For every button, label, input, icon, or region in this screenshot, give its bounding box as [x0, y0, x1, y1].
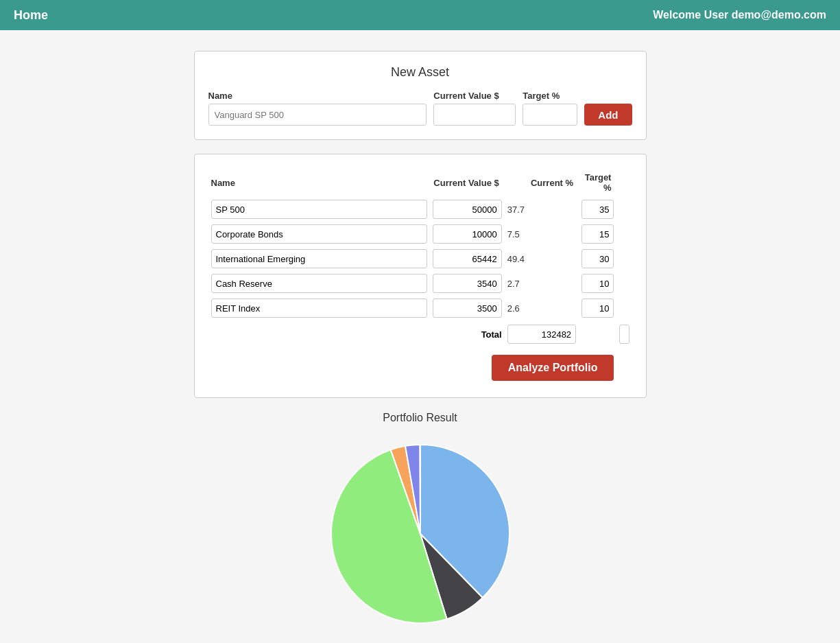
asset-current-pct-0: 37.7: [507, 204, 530, 215]
target-label: Target %: [523, 91, 577, 101]
asset-current-pct-2: 49.4: [507, 254, 530, 264]
portfolio-result-section: Portfolio Result SP 500 Corporate Bonds …: [194, 412, 647, 643]
main-content: New Asset Name Current Value $ Target % …: [180, 51, 660, 643]
col-header-value: Current Value $: [430, 168, 504, 197]
asset-name-input-1[interactable]: [211, 224, 428, 244]
table-row: 7.5: [208, 222, 632, 246]
asset-value-input-4[interactable]: [433, 299, 501, 318]
target-form-group: Target %: [523, 91, 577, 126]
asset-name-input-0[interactable]: [211, 200, 428, 219]
assets-table: Name Current Value $ Current % Target % …: [208, 168, 632, 384]
new-asset-title: New Asset: [208, 65, 632, 80]
asset-target-input-3[interactable]: [581, 274, 614, 293]
asset-value-input-3[interactable]: [433, 274, 501, 293]
table-row: 2.7: [208, 271, 632, 296]
total-target-display: [619, 325, 629, 344]
name-form-group: Name: [208, 91, 427, 126]
asset-target-input-0[interactable]: [581, 200, 614, 219]
asset-value-input-2[interactable]: [433, 249, 501, 268]
asset-target-input-2[interactable]: [581, 249, 614, 268]
assets-table-card: Name Current Value $ Current % Target % …: [194, 154, 647, 398]
total-label: Total: [430, 320, 504, 348]
value-form-group: Current Value $: [433, 91, 516, 126]
asset-value-input-1[interactable]: [433, 224, 501, 244]
new-asset-value-input[interactable]: [433, 104, 516, 126]
new-asset-target-input[interactable]: [523, 104, 577, 126]
table-row: 37.7: [208, 197, 632, 222]
portfolio-result-title: Portfolio Result: [194, 412, 647, 424]
app-title: Home: [14, 8, 48, 23]
total-value-display: [507, 325, 576, 344]
new-asset-name-input[interactable]: [208, 104, 427, 126]
app-header: Home Welcome User demo@demo.com: [0, 0, 840, 30]
new-asset-form: Name Current Value $ Target % Add: [208, 91, 632, 126]
col-header-name: Name: [208, 168, 431, 197]
asset-current-pct-1: 7.5: [507, 229, 525, 239]
total-current-empty: [579, 320, 616, 348]
add-button[interactable]: Add: [584, 104, 632, 126]
analyze-portfolio-button[interactable]: Analyze Portfolio: [492, 355, 614, 381]
pie-chart: [317, 431, 523, 637]
table-header-row: Name Current Value $ Current % Target %: [208, 168, 632, 197]
asset-name-input-4[interactable]: [211, 299, 428, 318]
new-asset-card: New Asset Name Current Value $ Target % …: [194, 51, 647, 140]
analyze-row: Analyze Portfolio: [208, 348, 632, 384]
asset-current-pct-4: 2.6: [507, 303, 525, 314]
total-row: Total: [208, 320, 632, 348]
name-label: Name: [208, 91, 427, 101]
asset-current-pct-3: 2.7: [507, 279, 525, 289]
asset-value-input-0[interactable]: [433, 200, 501, 219]
chart-container: [194, 431, 647, 637]
table-row: 2.6: [208, 296, 632, 320]
table-row: 49.4: [208, 246, 632, 271]
asset-name-input-2[interactable]: [211, 249, 428, 268]
col-header-current-pct: Current %: [505, 168, 579, 197]
col-header-target-pct: Target %: [579, 168, 616, 197]
asset-target-input-4[interactable]: [581, 299, 614, 318]
asset-target-input-1[interactable]: [581, 224, 614, 244]
asset-name-input-3[interactable]: [211, 274, 428, 293]
user-greeting: Welcome User demo@demo.com: [653, 9, 826, 21]
total-empty: [208, 320, 431, 348]
value-label: Current Value $: [433, 91, 516, 101]
